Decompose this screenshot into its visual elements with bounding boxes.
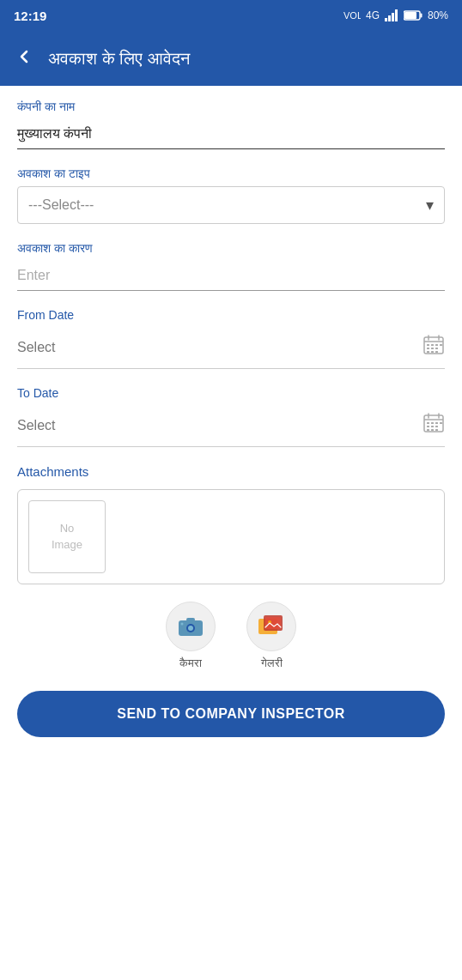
- svg-rect-18: [435, 348, 438, 349]
- status-time: 12:19: [14, 9, 46, 23]
- back-button[interactable]: [14, 46, 34, 71]
- camera-icon-circle: [166, 602, 216, 651]
- battery-icon: [404, 10, 422, 21]
- company-name-field: कंपनी का नाम मुख्यालय कंपनी: [17, 100, 445, 149]
- gallery-icon: [258, 615, 284, 638]
- attachments-label: Attachments: [17, 464, 445, 479]
- network-icon: VOL LTE: [343, 9, 361, 23]
- company-name-label: कंपनी का नाम: [17, 100, 445, 114]
- status-bar: 12:19 VOL LTE 4G 80%: [0, 0, 462, 31]
- form-content: कंपनी का नाम मुख्यालय कंपनी अवकाश का टाइ…: [0, 86, 462, 751]
- svg-rect-30: [427, 426, 429, 427]
- to-date-calendar-icon[interactable]: [422, 412, 445, 439]
- network-label: 4G: [366, 9, 380, 21]
- svg-rect-14: [435, 344, 438, 346]
- app-bar: अवकाश के लिए आवेदन: [0, 31, 462, 86]
- media-buttons: कैमरा गेलरी: [17, 602, 445, 670]
- battery-label: 80%: [428, 9, 448, 21]
- svg-rect-43: [265, 617, 281, 629]
- gallery-button[interactable]: गेलरी: [246, 602, 296, 670]
- leave-type-label: अवकाश का टाइप: [17, 166, 445, 181]
- attachments-field: Attachments No Image: [17, 464, 445, 584]
- camera-button[interactable]: कैमरा: [166, 602, 216, 670]
- leave-reason-label: अवकाश का कारण: [17, 241, 445, 256]
- svg-point-40: [181, 623, 184, 626]
- svg-rect-39: [186, 618, 195, 621]
- svg-rect-3: [392, 13, 394, 21]
- svg-rect-1: [385, 18, 387, 21]
- no-image-placeholder: No Image: [28, 500, 106, 573]
- camera-icon: [179, 616, 203, 637]
- svg-rect-28: [435, 422, 438, 424]
- svg-rect-6: [420, 14, 422, 18]
- svg-rect-17: [431, 348, 434, 349]
- page-title: अवकाश के लिए आवेदन: [48, 49, 190, 69]
- gallery-icon-circle: [246, 602, 296, 651]
- from-date-field: From Date: [17, 308, 445, 369]
- svg-rect-31: [431, 426, 434, 427]
- no-image-text1: No: [60, 521, 75, 536]
- no-image-text2: Image: [52, 537, 82, 553]
- svg-rect-21: [435, 351, 438, 353]
- to-date-label: To Date: [17, 386, 445, 400]
- svg-rect-27: [431, 422, 434, 424]
- leave-reason-field: अवकाश का कारण: [17, 241, 445, 291]
- to-date-input[interactable]: [17, 418, 422, 433]
- svg-point-38: [188, 626, 193, 631]
- to-date-field: To Date: [17, 386, 445, 447]
- leave-type-placeholder: ---Select---: [28, 197, 94, 213]
- leave-type-select[interactable]: ---Select--- ▾: [17, 186, 445, 224]
- from-date-input[interactable]: [17, 340, 422, 355]
- gallery-label: गेलरी: [261, 656, 283, 670]
- svg-rect-2: [388, 15, 391, 21]
- svg-rect-19: [427, 351, 429, 353]
- from-date-label: From Date: [17, 308, 445, 322]
- attachments-box: No Image: [17, 489, 445, 584]
- svg-rect-16: [427, 348, 429, 349]
- svg-text:VOL LTE: VOL LTE: [343, 10, 361, 21]
- from-date-wrapper: [17, 327, 445, 369]
- svg-rect-4: [395, 9, 398, 21]
- svg-rect-34: [431, 429, 434, 431]
- svg-rect-29: [440, 422, 442, 424]
- company-name-value: मुख्यालय कंपनी: [17, 119, 445, 149]
- signal-icon: [385, 9, 398, 21]
- svg-rect-7: [404, 12, 416, 19]
- svg-rect-35: [435, 429, 438, 431]
- leave-type-field: अवकाश का टाइप ---Select--- ▾: [17, 166, 445, 224]
- svg-rect-20: [431, 351, 434, 353]
- to-date-wrapper: [17, 405, 445, 447]
- camera-label: कैमरा: [179, 656, 202, 670]
- status-icons: VOL LTE 4G 80%: [343, 9, 448, 23]
- svg-rect-33: [427, 429, 429, 431]
- svg-rect-12: [427, 344, 429, 346]
- leave-reason-input[interactable]: [17, 261, 445, 291]
- svg-rect-32: [435, 426, 438, 427]
- svg-rect-26: [427, 422, 429, 424]
- submit-button[interactable]: SEND TO COMPANY INSPECTOR: [17, 691, 445, 737]
- svg-rect-13: [431, 344, 434, 346]
- from-date-calendar-icon[interactable]: [422, 334, 445, 361]
- svg-rect-15: [440, 344, 442, 346]
- chevron-down-icon: ▾: [426, 196, 434, 215]
